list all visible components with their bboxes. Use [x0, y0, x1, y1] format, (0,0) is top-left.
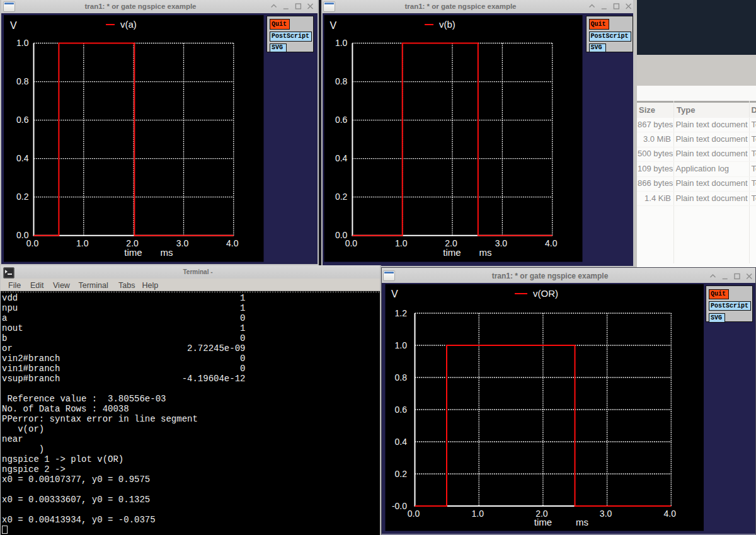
svg-text:v(a): v(a) [120, 19, 137, 30]
svg-text:1.0: 1.0 [16, 38, 29, 48]
svg-text:1.0: 1.0 [395, 340, 408, 350]
svg-text:1.0: 1.0 [335, 38, 348, 48]
svg-text:0.8: 0.8 [16, 76, 29, 86]
svg-text:4.0: 4.0 [226, 238, 239, 248]
svg-text:0.6: 0.6 [335, 115, 348, 125]
svg-text:0.2: 0.2 [16, 192, 29, 202]
svg-text:0.8: 0.8 [335, 76, 348, 86]
svg-text:V: V [10, 20, 17, 31]
svg-text:V: V [391, 289, 398, 299]
svg-text:time: time [443, 247, 461, 258]
svg-text:time: time [124, 247, 142, 258]
svg-text:ms: ms [479, 247, 491, 258]
svg-text:0.0: 0.0 [26, 238, 39, 248]
svg-text:0.0: 0.0 [345, 238, 358, 248]
svg-text:1.0: 1.0 [471, 509, 484, 519]
svg-text:0.8: 0.8 [395, 372, 408, 383]
svg-text:ms: ms [576, 517, 588, 527]
svg-text:1.0: 1.0 [395, 238, 408, 248]
svg-text:0.4: 0.4 [335, 153, 348, 163]
svg-text:ms: ms [161, 247, 173, 258]
svg-text:3.0: 3.0 [600, 509, 612, 519]
svg-text:-0.0: -0.0 [392, 501, 407, 511]
svg-text:4.0: 4.0 [545, 238, 558, 248]
svg-text:1.0: 1.0 [76, 238, 89, 248]
svg-text:0.4: 0.4 [16, 153, 29, 163]
svg-text:v(OR): v(OR) [533, 288, 558, 299]
svg-text:0.0: 0.0 [408, 509, 420, 519]
svg-text:3.0: 3.0 [495, 238, 508, 248]
svg-text:v(b): v(b) [439, 19, 455, 30]
svg-text:0.2: 0.2 [395, 469, 408, 479]
svg-text:0.6: 0.6 [16, 115, 29, 125]
svg-text:V: V [330, 20, 337, 31]
svg-text:4.0: 4.0 [664, 509, 677, 519]
svg-text:time: time [534, 517, 552, 527]
svg-text:1.2: 1.2 [395, 308, 408, 318]
svg-text:0.6: 0.6 [395, 405, 408, 415]
svg-text:0.2: 0.2 [335, 192, 348, 202]
svg-text:3.0: 3.0 [176, 238, 189, 248]
svg-text:0.4: 0.4 [395, 437, 408, 447]
